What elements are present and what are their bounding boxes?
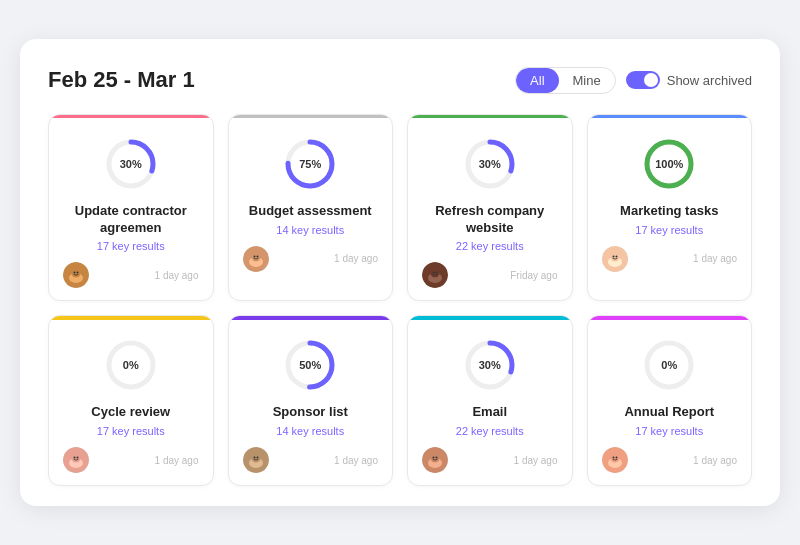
- filter-all-button[interactable]: All: [516, 68, 558, 93]
- donut-percent: 30%: [120, 158, 142, 170]
- donut-wrap: 75%: [281, 135, 339, 193]
- svg-point-19: [433, 272, 435, 274]
- card-footer: 1 day ago: [63, 447, 199, 473]
- card-card-7[interactable]: 30% Email 22 key results 1 day ago: [407, 315, 573, 486]
- donut-wrap: 30%: [461, 336, 519, 394]
- card-time: 1 day ago: [334, 253, 378, 264]
- card-donut: 30%: [422, 135, 558, 193]
- svg-point-6: [77, 272, 79, 274]
- card-card-2[interactable]: 75% Budget assessment 14 key results 1 d…: [228, 114, 394, 302]
- header: Feb 25 - Mar 1 All Mine Show archived: [48, 67, 752, 94]
- card-key-results: 22 key results: [422, 240, 558, 252]
- svg-point-13: [256, 255, 258, 257]
- svg-point-18: [431, 269, 440, 278]
- card-footer: Friday ago: [422, 262, 558, 288]
- card-card-8[interactable]: 0% Annual Report 17 key results 1 day ag…: [587, 315, 753, 486]
- filter-mine-button[interactable]: Mine: [559, 68, 615, 93]
- donut-percent: 50%: [299, 359, 321, 371]
- donut-percent: 0%: [661, 359, 677, 371]
- filter-group: All Mine: [515, 67, 616, 94]
- card-title: Marketing tasks: [602, 203, 738, 220]
- donut-percent: 100%: [655, 158, 683, 170]
- avatar: [422, 447, 448, 473]
- card-title: Sponsor list: [243, 404, 379, 421]
- card-card-1[interactable]: 30% Update contractor agreemen 17 key re…: [48, 114, 214, 302]
- card-donut: 100%: [602, 135, 738, 193]
- svg-point-48: [436, 457, 438, 459]
- card-title: Update contractor agreemen: [63, 203, 199, 237]
- card-time: 1 day ago: [155, 270, 199, 281]
- header-controls: All Mine Show archived: [515, 67, 752, 94]
- svg-point-12: [253, 255, 255, 257]
- cards-grid: 30% Update contractor agreemen 17 key re…: [48, 114, 752, 487]
- card-time: Friday ago: [510, 270, 557, 281]
- card-footer: 1 day ago: [602, 246, 738, 272]
- avatar: [602, 447, 628, 473]
- donut-wrap: 0%: [640, 336, 698, 394]
- card-time: 1 day ago: [693, 455, 737, 466]
- card-footer: 1 day ago: [243, 246, 379, 272]
- card-card-3[interactable]: 30% Refresh company website 22 key resul…: [407, 114, 573, 302]
- card-donut: 0%: [63, 336, 199, 394]
- svg-point-27: [615, 255, 617, 257]
- card-donut: 0%: [602, 336, 738, 394]
- card-key-results: 17 key results: [602, 224, 738, 236]
- donut-percent: 30%: [479, 158, 501, 170]
- svg-point-47: [433, 457, 435, 459]
- card-time: 1 day ago: [693, 253, 737, 264]
- card-title: Budget assessment: [243, 203, 379, 220]
- page-title: Feb 25 - Mar 1: [48, 67, 195, 93]
- donut-wrap: 100%: [640, 135, 698, 193]
- avatar: [243, 447, 269, 473]
- avatar: [63, 447, 89, 473]
- toggle-label-text: Show archived: [667, 73, 752, 88]
- card-key-results: 17 key results: [602, 425, 738, 437]
- svg-point-33: [74, 457, 76, 459]
- card-time: 1 day ago: [514, 455, 558, 466]
- svg-point-39: [251, 454, 260, 463]
- card-card-6[interactable]: 50% Sponsor list 14 key results 1 day ag…: [228, 315, 394, 486]
- card-time: 1 day ago: [155, 455, 199, 466]
- card-key-results: 17 key results: [63, 240, 199, 252]
- donut-wrap: 0%: [102, 336, 160, 394]
- card-card-4[interactable]: 100% Marketing tasks 17 key results 1 da…: [587, 114, 753, 302]
- card-footer: 1 day ago: [602, 447, 738, 473]
- svg-point-34: [77, 457, 79, 459]
- svg-point-26: [612, 255, 614, 257]
- card-footer: 1 day ago: [243, 447, 379, 473]
- svg-point-46: [431, 454, 440, 463]
- svg-point-55: [615, 457, 617, 459]
- card-footer: 1 day ago: [63, 262, 199, 288]
- donut-wrap: 30%: [102, 135, 160, 193]
- card-time: 1 day ago: [334, 455, 378, 466]
- card-donut: 30%: [422, 336, 558, 394]
- svg-point-40: [253, 457, 255, 459]
- svg-point-54: [612, 457, 614, 459]
- donut-percent: 0%: [123, 359, 139, 371]
- avatar: [422, 262, 448, 288]
- svg-point-32: [72, 454, 81, 463]
- donut-wrap: 30%: [461, 135, 519, 193]
- card-title: Annual Report: [602, 404, 738, 421]
- card-title: Cycle review: [63, 404, 199, 421]
- donut-percent: 75%: [299, 158, 321, 170]
- card-key-results: 22 key results: [422, 425, 558, 437]
- card-donut: 30%: [63, 135, 199, 193]
- svg-point-53: [610, 454, 619, 463]
- main-container: Feb 25 - Mar 1 All Mine Show archived 30…: [20, 39, 780, 507]
- donut-percent: 30%: [479, 359, 501, 371]
- card-card-5[interactable]: 0% Cycle review 17 key results 1 day ago: [48, 315, 214, 486]
- show-archived-toggle[interactable]: Show archived: [626, 71, 752, 89]
- svg-point-4: [72, 269, 81, 278]
- card-key-results: 14 key results: [243, 425, 379, 437]
- donut-wrap: 50%: [281, 336, 339, 394]
- avatar: [63, 262, 89, 288]
- svg-point-11: [251, 252, 260, 261]
- card-key-results: 14 key results: [243, 224, 379, 236]
- card-footer: 1 day ago: [422, 447, 558, 473]
- card-key-results: 17 key results: [63, 425, 199, 437]
- card-title: Email: [422, 404, 558, 421]
- toggle-switch-icon[interactable]: [626, 71, 660, 89]
- card-donut: 50%: [243, 336, 379, 394]
- avatar: [243, 246, 269, 272]
